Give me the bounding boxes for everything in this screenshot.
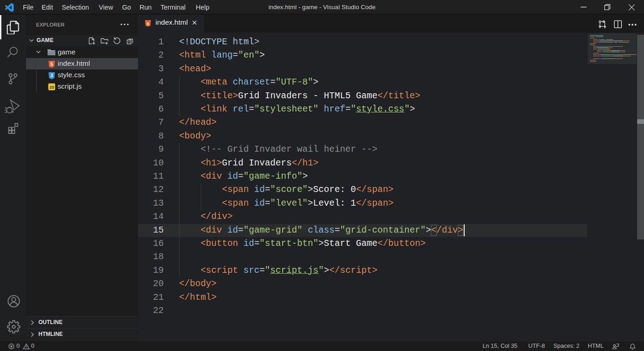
- svg-text:5: 5: [50, 62, 53, 67]
- svg-text:5: 5: [147, 21, 149, 26]
- svg-text:JS: JS: [49, 85, 54, 90]
- svg-text:3: 3: [50, 73, 53, 78]
